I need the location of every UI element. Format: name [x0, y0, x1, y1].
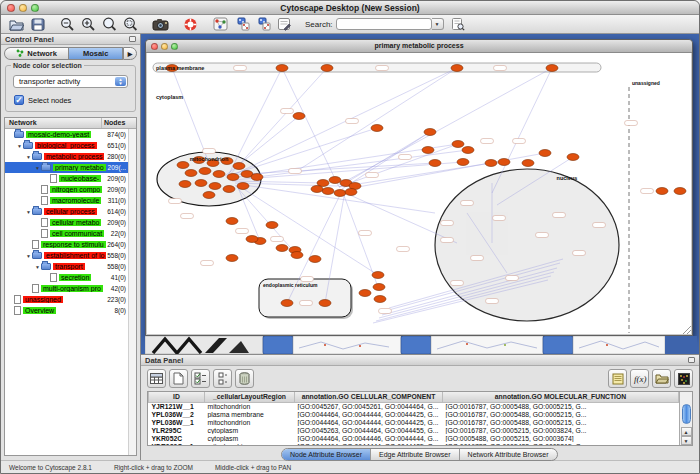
network-node[interactable] — [311, 186, 323, 193]
network-node[interactable] — [372, 272, 384, 279]
tab-mosaic[interactable]: Mosaic — [68, 47, 123, 60]
attribute-table-icon[interactable] — [147, 369, 166, 388]
network-node[interactable] — [329, 177, 341, 184]
network-node[interactable] — [309, 256, 321, 263]
disclosure-triangle-icon[interactable]: ▼ — [25, 154, 32, 160]
tree-row-nucleobase[interactable]: nucleobase-209(0) — [5, 173, 128, 184]
tree-row-establishment-of-lo[interactable]: ▼establishment of lo558(0) — [5, 250, 128, 261]
tree-scrollbar[interactable] — [128, 129, 136, 455]
network-node[interactable] — [199, 168, 211, 175]
disclosure-triangle-icon[interactable]: ▼ — [34, 264, 41, 270]
network-edge[interactable] — [229, 68, 457, 177]
tab-network-attribute-browser[interactable]: Network Attribute Browser — [460, 449, 557, 460]
network-edge[interactable] — [237, 184, 435, 213]
tab-network[interactable]: Network — [4, 47, 68, 60]
annotation-icon[interactable] — [273, 16, 294, 33]
network-edge[interactable] — [339, 144, 458, 187]
network-node[interactable] — [227, 174, 239, 181]
network-node[interactable] — [251, 174, 263, 181]
table-scrollbar[interactable]: ▲ ▼ — [679, 392, 692, 445]
tree-row-macromolecule[interactable]: macromolecule311(0) — [5, 195, 128, 206]
network-node[interactable] — [498, 159, 510, 166]
column-nodes[interactable]: Nodes — [102, 118, 136, 128]
float-panel-icon[interactable] — [688, 357, 695, 363]
tree-row-cellular-process[interactable]: ▼cellular process614(0) — [5, 206, 128, 217]
column-header-id[interactable]: ID — [149, 392, 205, 402]
tabs-overflow-button[interactable]: ▶ — [123, 47, 137, 60]
network-node[interactable] — [373, 284, 385, 291]
network-node[interactable] — [179, 181, 191, 188]
network-view-window[interactable]: primary metabolic process — [145, 39, 693, 336]
table-row[interactable]: YLR295Ccytoplasm[GO:0045263, GO:0044464,… — [149, 426, 679, 434]
network-edge[interactable] — [297, 68, 457, 171]
layout-a-icon[interactable] — [231, 16, 252, 33]
tree-row-multi-organism-pro[interactable]: multi-organism pro42(0) — [5, 283, 128, 294]
network-node[interactable] — [319, 300, 331, 307]
tree-row-cell-communicat[interactable]: cell communicat22(0) — [5, 228, 128, 239]
network-node[interactable] — [237, 183, 249, 190]
layout-b-icon[interactable] — [252, 16, 273, 33]
select-attributes-icon[interactable] — [191, 369, 210, 388]
notes-icon[interactable] — [608, 369, 627, 388]
select-nodes-checkbox[interactable]: ✓ — [14, 95, 24, 105]
tree-row-nitrogen-compo[interactable]: nitrogen compo209(0) — [5, 184, 128, 195]
network-node[interactable] — [567, 154, 579, 161]
network-node[interactable] — [291, 252, 303, 259]
column-header-cellularlayoutregion[interactable]: _cellularLayoutRegion — [205, 392, 295, 402]
disclosure-triangle-icon[interactable]: ▼ — [16, 143, 23, 149]
snapshot-icon[interactable] — [150, 16, 171, 33]
network-node[interactable] — [374, 296, 386, 303]
tab-edge-attribute-browser[interactable]: Edge Attribute Browser — [371, 449, 460, 460]
network-node[interactable] — [209, 183, 221, 190]
network-edge[interactable] — [232, 162, 463, 180]
scroll-up-icon[interactable]: ▲ — [681, 427, 692, 436]
vizmapper-icon[interactable] — [210, 16, 231, 33]
zoom-in-icon[interactable] — [78, 16, 99, 33]
network-node[interactable] — [451, 65, 463, 72]
network-canvas[interactable]: plasma membrane cytoplasm mitochondrion … — [147, 53, 691, 334]
app-titlebar[interactable]: Cytoscape Desktop (New Session) — [1, 1, 699, 15]
table-row[interactable]: YDR039C__1mitochondrion[GO:0044464, GO:0… — [149, 442, 679, 446]
network-node[interactable] — [457, 159, 469, 166]
network-node[interactable] — [371, 125, 383, 132]
column-header-annotation-go-molecular-function[interactable]: annotation.GO MOLECULAR_FUNCTION — [443, 392, 679, 402]
table-row[interactable]: YPL036W__2plasma membrane[GO:0044464, GO… — [149, 410, 679, 418]
zoom-out-icon[interactable] — [57, 16, 78, 33]
search-dropdown-arrow-icon[interactable]: ▼ — [432, 18, 444, 30]
network-edge[interactable] — [337, 68, 552, 186]
network-node[interactable] — [226, 218, 238, 225]
disclosure-triangle-icon[interactable]: ▼ — [25, 253, 32, 259]
network-node[interactable] — [322, 188, 334, 195]
table-row[interactable]: YPL036W__1mitochondrion[GO:0044464, GO:0… — [149, 418, 679, 426]
network-node[interactable] — [321, 65, 333, 72]
network-node[interactable] — [546, 65, 558, 72]
filter-icon[interactable] — [448, 16, 469, 33]
network-node[interactable] — [276, 65, 288, 72]
network-node[interactable] — [246, 236, 258, 243]
network-edge[interactable] — [339, 163, 491, 187]
network-node[interactable] — [656, 188, 668, 195]
network-edge[interactable] — [227, 68, 282, 178]
network-edge[interactable] — [227, 128, 377, 176]
network-node[interactable] — [429, 160, 441, 167]
background-windows[interactable] — [145, 336, 697, 354]
tree-row-cellular-metabo[interactable]: cellular metabo209(0) — [5, 217, 128, 228]
network-node[interactable] — [462, 147, 474, 154]
float-panel-icon[interactable] — [129, 36, 136, 42]
network-edge[interactable] — [235, 185, 297, 255]
network-node[interactable] — [276, 245, 288, 252]
color-attribute-dropdown[interactable]: transporter activity ▲▼ — [13, 75, 128, 88]
network-node[interactable] — [345, 189, 357, 196]
tree-row-unassigned[interactable]: unassigned223(0) — [5, 294, 128, 305]
tree-row-response-to-stimulu[interactable]: response to stimulu264(0) — [5, 239, 128, 250]
network-node[interactable] — [266, 222, 278, 229]
network-node[interactable] — [177, 162, 189, 169]
network-node[interactable] — [424, 129, 436, 136]
scrollbar-thumb[interactable] — [682, 404, 691, 424]
network-node[interactable] — [334, 190, 346, 197]
search-input[interactable] — [336, 18, 432, 30]
save-icon[interactable] — [27, 16, 48, 33]
delete-attribute-icon[interactable] — [235, 369, 254, 388]
tree-row-secretion[interactable]: secretion41(0) — [5, 272, 128, 283]
matrix-view-icon[interactable] — [674, 369, 693, 388]
